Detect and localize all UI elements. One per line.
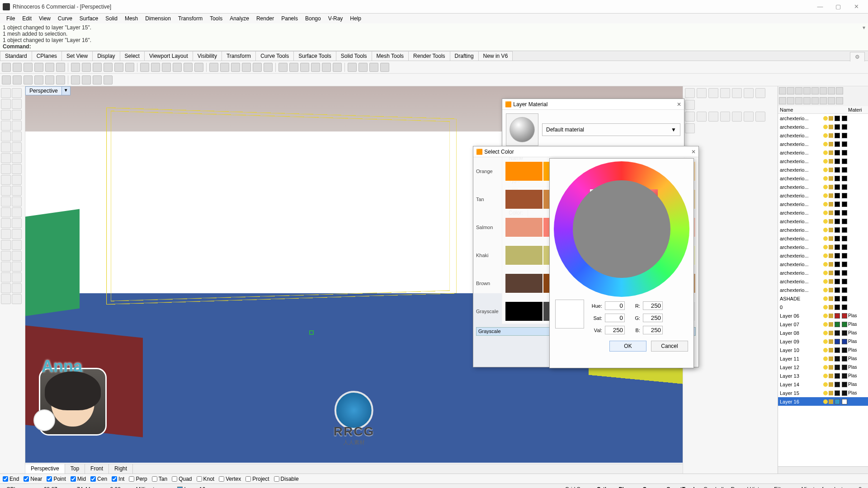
layer-tool-icon[interactable] <box>820 97 827 104</box>
tool-icon[interactable] <box>114 63 123 72</box>
layer-row[interactable]: archexterio... <box>778 225 868 234</box>
tooltab[interactable]: Select <box>120 51 145 61</box>
tool-icon[interactable] <box>162 63 171 72</box>
cancel-button[interactable]: Cancel <box>651 341 688 352</box>
osnap-tan[interactable]: Tan <box>152 476 167 482</box>
layer-mat-swatch[interactable] <box>842 176 847 181</box>
layer-tool-icon[interactable] <box>811 97 819 104</box>
layer-row[interactable]: archexterio... <box>778 243 868 251</box>
tool-icon[interactable] <box>300 63 309 72</box>
lock-icon[interactable] <box>829 331 833 335</box>
menu-surface[interactable]: Surface <box>76 15 102 22</box>
visibility-icon[interactable] <box>823 314 828 318</box>
layer-tool-icon[interactable] <box>811 87 819 94</box>
lock-icon[interactable] <box>829 159 833 164</box>
layer-material[interactable]: Plas <box>848 330 866 335</box>
tool-icon[interactable] <box>12 294 22 304</box>
lock-icon[interactable] <box>829 133 833 138</box>
layer-color-swatch[interactable] <box>835 399 840 404</box>
layer-mat-swatch[interactable] <box>842 296 847 301</box>
layer-row[interactable]: archexterio... <box>778 268 868 277</box>
tool-icon[interactable] <box>104 75 113 84</box>
layer-tool-icon[interactable] <box>787 97 794 104</box>
maximize-button[interactable]: ▢ <box>829 3 847 10</box>
layer-color-swatch[interactable] <box>835 262 840 267</box>
tool-icon[interactable] <box>12 153 22 163</box>
layer-row[interactable]: Layer 07Plas <box>778 320 868 328</box>
layer-material[interactable]: Plas <box>848 390 866 395</box>
layer-mat-swatch[interactable] <box>842 244 847 250</box>
lock-icon[interactable] <box>829 202 833 206</box>
layer-mat-swatch[interactable] <box>842 150 847 155</box>
layer-mat-swatch[interactable] <box>842 219 847 224</box>
layer-mat-swatch[interactable] <box>842 202 847 207</box>
tool-icon[interactable] <box>184 63 193 72</box>
lock-icon[interactable] <box>829 314 833 318</box>
layer-row[interactable]: archexterio... <box>778 174 868 183</box>
tool-icon[interactable] <box>12 283 22 293</box>
layer-row[interactable]: ASHADE <box>778 294 868 303</box>
tool-icon[interactable] <box>1 294 11 304</box>
layer-mat-swatch[interactable] <box>842 210 847 216</box>
layer-row[interactable]: Layer 11Plas <box>778 354 868 363</box>
status-toggle-record-history[interactable]: Record History <box>727 486 770 488</box>
layer-row[interactable]: archexterio... <box>778 277 868 286</box>
menu-analyze[interactable]: Analyze <box>226 15 253 22</box>
layer-row[interactable]: archexterio... <box>778 217 868 225</box>
layer-color-swatch[interactable] <box>835 253 840 258</box>
layer-color-swatch[interactable] <box>835 270 840 276</box>
lock-icon[interactable] <box>829 271 833 275</box>
lock-icon[interactable] <box>829 211 833 215</box>
osnap-knot[interactable]: Knot <box>197 476 215 482</box>
tool-icon[interactable] <box>744 112 754 122</box>
tool-icon[interactable] <box>12 121 22 131</box>
b-input[interactable] <box>643 326 663 334</box>
tool-icon[interactable] <box>1 110 11 120</box>
status-layer[interactable]: Layer 16 <box>174 486 209 488</box>
menu-edit[interactable]: Edit <box>19 15 35 22</box>
material-dropdown[interactable]: Default material▼ <box>542 123 680 136</box>
layer-material[interactable]: Plas <box>848 365 866 370</box>
tooltab[interactable]: Solid Tools <box>336 51 372 61</box>
menu-view[interactable]: View <box>35 15 54 22</box>
val-input[interactable] <box>605 326 625 334</box>
tooltab[interactable]: Standard <box>0 51 32 61</box>
tool-icon[interactable] <box>242 63 251 72</box>
tool-icon[interactable] <box>253 63 262 72</box>
lock-icon[interactable] <box>829 236 833 241</box>
tool-icon[interactable] <box>1 207 11 217</box>
lock-icon[interactable] <box>829 193 833 198</box>
status-units[interactable]: Millimeters <box>132 486 165 488</box>
layer-mat-swatch[interactable] <box>842 279 847 284</box>
lock-icon[interactable] <box>829 185 833 189</box>
visibility-icon[interactable] <box>823 193 828 198</box>
tool-icon[interactable] <box>708 112 718 122</box>
lock-icon[interactable] <box>829 391 833 395</box>
lock-icon[interactable] <box>829 357 833 361</box>
layer-mat-swatch[interactable] <box>842 227 847 233</box>
tooltab[interactable]: Viewport Layout <box>144 51 193 61</box>
tool-icon[interactable] <box>104 63 113 72</box>
layer-color-swatch[interactable] <box>835 150 840 155</box>
layer-color-swatch[interactable] <box>835 330 840 336</box>
layer-mat-swatch[interactable] <box>842 330 847 336</box>
tool-icon[interactable] <box>12 88 22 98</box>
visibility-icon[interactable] <box>823 142 828 146</box>
layer-color-swatch[interactable] <box>835 227 840 233</box>
tool-icon[interactable] <box>93 75 102 84</box>
tool-icon[interactable] <box>322 63 331 72</box>
layers-col-name[interactable]: Name <box>778 106 846 113</box>
layer-color-swatch[interactable] <box>835 167 840 173</box>
tool-icon[interactable] <box>24 63 33 72</box>
osnap-disable[interactable]: Disable <box>274 476 299 482</box>
visibility-icon[interactable] <box>823 176 828 181</box>
visibility-icon[interactable] <box>823 125 828 129</box>
tool-icon[interactable] <box>708 88 718 98</box>
tool-icon[interactable] <box>12 175 22 185</box>
tool-icon[interactable] <box>151 63 160 72</box>
tool-icon[interactable] <box>348 63 357 72</box>
layer-row[interactable]: Layer 08Plas <box>778 328 868 337</box>
layer-color-swatch[interactable] <box>835 313 840 319</box>
lock-icon[interactable] <box>829 348 833 352</box>
visibility-icon[interactable] <box>823 374 828 378</box>
